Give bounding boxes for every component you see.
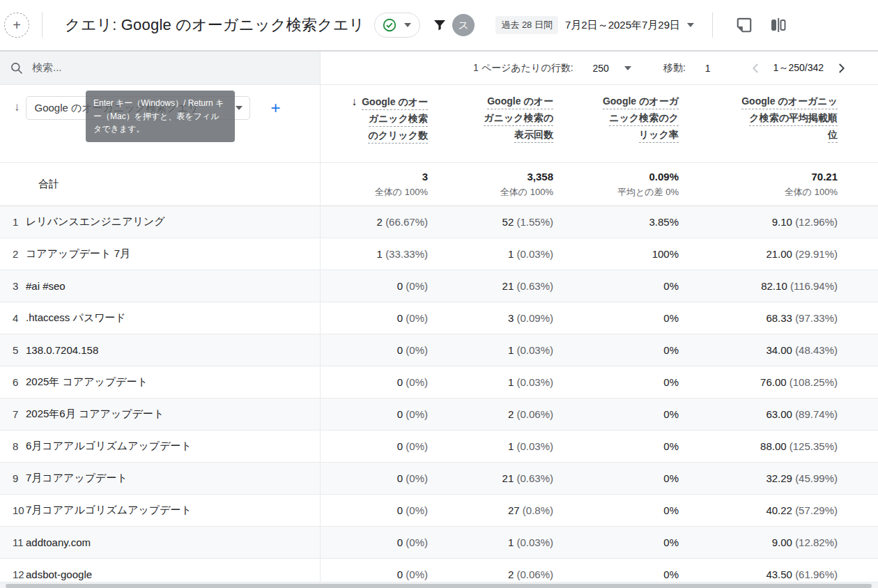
cell-clicks: 0 (0%)	[321, 408, 428, 420]
row-query: 2025年6月 コアアップデート	[26, 408, 164, 421]
cell-ctr: 100%	[553, 248, 679, 260]
cell-position: 32.29 (45.99%)	[679, 472, 838, 484]
cell-impressions: 2 (0.06%)	[428, 408, 553, 420]
search-icon	[10, 61, 24, 75]
cell-clicks: 0 (0%)	[321, 568, 428, 580]
cell-impressions: 3 (0.09%)	[428, 312, 553, 324]
totals-impressions-sub: 全体の 100%	[428, 186, 553, 199]
row-query: コアアップデート 7月	[26, 247, 130, 261]
chevron-down-icon	[404, 23, 411, 27]
table-row[interactable]: 1 レリバンスエンジニアリング 2 (66.67%) 52 (1.55%) 3.…	[0, 206, 878, 238]
notes-button[interactable]	[735, 16, 753, 34]
row-index: 5	[0, 344, 26, 356]
table-row[interactable]: 2 コアアップデート 7月 1 (33.33%) 1 (0.03%) 100% …	[0, 238, 878, 270]
report-header: + クエリ: Google のオーガニック検索クエリ ス 過去 28 日間 7月…	[0, 0, 878, 52]
search-input[interactable]: 検索...	[32, 61, 62, 75]
table-row[interactable]: 7 2025年6月 コアアップデート 0 (0%) 2 (0.06%) 0% 6…	[0, 399, 878, 431]
table-row[interactable]: 11 addtoany.com 0 (0%) 1 (0.03%) 0% 9.00…	[0, 527, 878, 559]
totals-position: 70.21	[679, 171, 838, 183]
plus-icon: +	[13, 17, 21, 33]
chevron-right-icon[interactable]	[835, 62, 847, 75]
search-box[interactable]: 検索...	[0, 52, 321, 84]
table-header: ↓ Google のオーガニック検索クエリ + Enter キー（Windows…	[0, 85, 878, 163]
totals-row: 合計 3 全体の 100% 3,358 全体の 100% 0.09% 平均との差…	[0, 163, 878, 206]
row-query: 7月コアアルゴリズムアップデート	[26, 504, 192, 517]
table-row[interactable]: 5 138.0.7204.158 0 (0%) 1 (0.03%) 0% 34.…	[0, 334, 878, 366]
table-row[interactable]: 3 #ai #seo 0 (0%) 21 (0.63%) 0% 82.10 (1…	[0, 270, 878, 302]
avatar[interactable]: ス	[452, 14, 475, 36]
cell-position: 63.00 (89.74%)	[679, 408, 838, 420]
sort-down-icon: ↓	[351, 95, 357, 107]
table-row[interactable]: 9 7月コアアップデート 0 (0%) 21 (0.63%) 0% 32.29 …	[0, 463, 878, 495]
rows-per-page-value[interactable]: 250	[593, 63, 609, 74]
table-body: 1 レリバンスエンジニアリング 2 (66.67%) 52 (1.55%) 3.…	[0, 206, 878, 588]
add-report-button[interactable]: +	[4, 13, 29, 38]
table-row[interactable]: 4 .htaccess パスワード 0 (0%) 3 (0.09%) 0% 68…	[0, 302, 878, 334]
row-query: 2025年 コアアップデート	[26, 376, 148, 389]
date-range-picker[interactable]: 過去 28 日間 7月2日～2025年7月29日	[495, 16, 694, 34]
cell-clicks: 0 (0%)	[321, 312, 428, 324]
cell-position: 9.00 (12.82%)	[679, 536, 838, 548]
check-circle-icon	[382, 17, 397, 33]
table-row[interactable]: 6 2025年 コアアップデート 0 (0%) 1 (0.03%) 0% 76.…	[0, 366, 878, 399]
cell-ctr: 0%	[553, 504, 679, 516]
add-dimension-button[interactable]: +	[271, 98, 281, 118]
cell-position: 40.22 (57.29%)	[679, 504, 838, 516]
cell-clicks: 0 (0%)	[321, 344, 428, 356]
cell-impressions: 27 (0.8%)	[428, 504, 553, 516]
cell-position: 21.00 (29.91%)	[679, 248, 838, 260]
filter-button[interactable]	[431, 17, 448, 33]
sticky-note-icon	[735, 16, 753, 34]
cell-impressions: 21 (0.63%)	[428, 280, 553, 292]
chevron-down-icon[interactable]	[624, 66, 631, 70]
goto-page-input[interactable]: 1	[705, 63, 711, 74]
rows-per-page-label: 1 ページあたりの行数:	[473, 62, 573, 75]
avatar-letter: ス	[459, 19, 469, 32]
totals-label: 合計	[0, 163, 321, 206]
cell-ctr: 0%	[553, 280, 679, 292]
row-query: レリバンスエンジニアリング	[26, 215, 165, 229]
chevron-left-icon[interactable]	[750, 62, 762, 75]
cell-position: 9.10 (12.96%)	[679, 216, 838, 228]
row-index: 10	[0, 504, 26, 516]
totals-ctr-sub: 平均との差 0%	[553, 186, 679, 199]
cell-position: 68.33 (97.33%)	[679, 312, 838, 324]
chevron-down-icon	[236, 106, 242, 110]
data-quality-badge[interactable]	[374, 13, 420, 38]
filter-tooltip: Enter キー（Windows）/ Return キー（Mac）を押すと、表を…	[86, 91, 235, 142]
scrollbar-thumb[interactable]	[6, 584, 872, 588]
cell-ctr: 0%	[553, 568, 679, 580]
sort-down-icon[interactable]: ↓	[14, 100, 20, 114]
cell-position: 82.10 (116.94%)	[679, 280, 838, 292]
column-header-clicks[interactable]: ↓Google のオー ガニック検索 のクリック数	[321, 85, 428, 162]
row-query: addtoany.com	[26, 536, 91, 548]
cell-ctr: 0%	[553, 440, 679, 452]
row-index: 9	[0, 472, 26, 484]
cell-impressions: 52 (1.55%)	[428, 216, 553, 228]
date-range-text: 7月2日～2025年7月29日	[565, 19, 680, 32]
cell-impressions: 1 (0.03%)	[428, 536, 553, 548]
date-preset-chip: 過去 28 日間	[495, 16, 558, 34]
row-index: 7	[0, 408, 26, 420]
cell-ctr: 0%	[553, 376, 679, 388]
totals-clicks-sub: 全体の 100%	[321, 186, 428, 199]
cell-clicks: 0 (0%)	[321, 472, 428, 484]
column-header-ctr[interactable]: Google のオーガ ニック検索のク リック率	[553, 85, 679, 162]
row-index: 1	[0, 216, 26, 228]
column-header-position[interactable]: Google のオーガニッ ク検索の平均掲載順 位	[679, 85, 838, 162]
comparison-button[interactable]	[769, 16, 788, 34]
row-index: 8	[0, 440, 26, 452]
row-query: #ai #seo	[26, 280, 66, 292]
cell-ctr: 0%	[553, 536, 679, 548]
horizontal-scrollbar[interactable]	[0, 582, 878, 588]
table-row[interactable]: 8 6月コアアルゴリズムアップデート 0 (0%) 1 (0.03%) 0% 8…	[0, 431, 878, 463]
table-row[interactable]: 10 7月コアアルゴリズムアップデート 0 (0%) 27 (0.8%) 0% …	[0, 495, 878, 527]
pagination-range: 1～250/342	[773, 62, 824, 75]
totals-impressions: 3,358	[428, 171, 553, 183]
cell-clicks: 0 (0%)	[321, 280, 428, 292]
pagination-bar: 1 ページあたりの行数: 250 移動: 1 1～250/342	[321, 52, 878, 84]
cell-position: 88.00 (125.35%)	[679, 440, 838, 452]
column-header-impressions[interactable]: Google のオー ガニック検索の 表示回数	[428, 85, 553, 162]
cell-impressions: 21 (0.63%)	[428, 472, 553, 484]
row-query: 7月コアアップデート	[26, 472, 128, 485]
